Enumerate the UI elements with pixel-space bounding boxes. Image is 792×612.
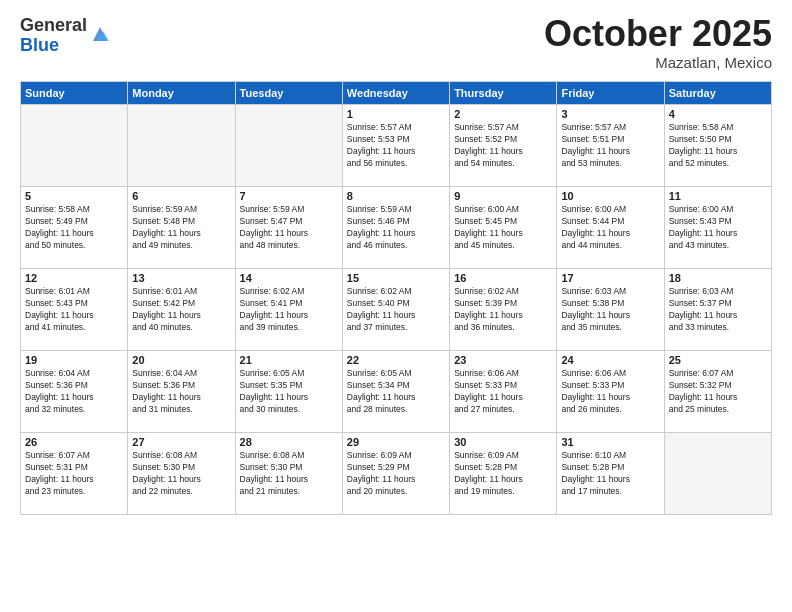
calendar-week-row: 1Sunrise: 5:57 AM Sunset: 5:53 PM Daylig… [21, 105, 772, 187]
cell-details: Sunrise: 6:07 AM Sunset: 5:32 PM Dayligh… [669, 368, 767, 416]
day-number: 27 [132, 436, 230, 448]
day-number: 30 [454, 436, 552, 448]
calendar-cell: 29Sunrise: 6:09 AM Sunset: 5:29 PM Dayli… [342, 433, 449, 515]
cell-details: Sunrise: 5:58 AM Sunset: 5:50 PM Dayligh… [669, 122, 767, 170]
day-number: 2 [454, 108, 552, 120]
cell-details: Sunrise: 6:00 AM Sunset: 5:43 PM Dayligh… [669, 204, 767, 252]
day-number: 11 [669, 190, 767, 202]
day-number: 24 [561, 354, 659, 366]
calendar-week-row: 19Sunrise: 6:04 AM Sunset: 5:36 PM Dayli… [21, 351, 772, 433]
calendar-header-row: Sunday Monday Tuesday Wednesday Thursday… [21, 82, 772, 105]
calendar-cell [664, 433, 771, 515]
day-number: 16 [454, 272, 552, 284]
calendar-cell: 16Sunrise: 6:02 AM Sunset: 5:39 PM Dayli… [450, 269, 557, 351]
day-number: 28 [240, 436, 338, 448]
title-block: October 2025 Mazatlan, Mexico [544, 16, 772, 71]
cell-details: Sunrise: 5:59 AM Sunset: 5:46 PM Dayligh… [347, 204, 445, 252]
calendar-cell: 3Sunrise: 5:57 AM Sunset: 5:51 PM Daylig… [557, 105, 664, 187]
calendar-cell: 25Sunrise: 6:07 AM Sunset: 5:32 PM Dayli… [664, 351, 771, 433]
calendar-cell: 23Sunrise: 6:06 AM Sunset: 5:33 PM Dayli… [450, 351, 557, 433]
cell-details: Sunrise: 6:07 AM Sunset: 5:31 PM Dayligh… [25, 450, 123, 498]
cell-details: Sunrise: 5:57 AM Sunset: 5:53 PM Dayligh… [347, 122, 445, 170]
col-monday: Monday [128, 82, 235, 105]
day-number: 18 [669, 272, 767, 284]
cell-details: Sunrise: 6:02 AM Sunset: 5:40 PM Dayligh… [347, 286, 445, 334]
day-number: 6 [132, 190, 230, 202]
calendar-cell: 22Sunrise: 6:05 AM Sunset: 5:34 PM Dayli… [342, 351, 449, 433]
day-number: 22 [347, 354, 445, 366]
cell-details: Sunrise: 6:08 AM Sunset: 5:30 PM Dayligh… [240, 450, 338, 498]
calendar-cell: 4Sunrise: 5:58 AM Sunset: 5:50 PM Daylig… [664, 105, 771, 187]
cell-details: Sunrise: 6:02 AM Sunset: 5:41 PM Dayligh… [240, 286, 338, 334]
cell-details: Sunrise: 6:06 AM Sunset: 5:33 PM Dayligh… [454, 368, 552, 416]
calendar-cell [235, 105, 342, 187]
logo-blue: Blue [20, 35, 59, 55]
calendar-cell: 1Sunrise: 5:57 AM Sunset: 5:53 PM Daylig… [342, 105, 449, 187]
day-number: 21 [240, 354, 338, 366]
cell-details: Sunrise: 6:04 AM Sunset: 5:36 PM Dayligh… [132, 368, 230, 416]
logo: General Blue [20, 16, 111, 56]
day-number: 1 [347, 108, 445, 120]
cell-details: Sunrise: 6:09 AM Sunset: 5:29 PM Dayligh… [347, 450, 445, 498]
col-sunday: Sunday [21, 82, 128, 105]
day-number: 4 [669, 108, 767, 120]
calendar-cell: 11Sunrise: 6:00 AM Sunset: 5:43 PM Dayli… [664, 187, 771, 269]
location-subtitle: Mazatlan, Mexico [544, 54, 772, 71]
cell-details: Sunrise: 6:04 AM Sunset: 5:36 PM Dayligh… [25, 368, 123, 416]
calendar-cell: 8Sunrise: 5:59 AM Sunset: 5:46 PM Daylig… [342, 187, 449, 269]
day-number: 23 [454, 354, 552, 366]
logo-block: General Blue [20, 16, 111, 56]
calendar-cell: 13Sunrise: 6:01 AM Sunset: 5:42 PM Dayli… [128, 269, 235, 351]
cell-details: Sunrise: 6:10 AM Sunset: 5:28 PM Dayligh… [561, 450, 659, 498]
day-number: 25 [669, 354, 767, 366]
cell-details: Sunrise: 5:59 AM Sunset: 5:47 PM Dayligh… [240, 204, 338, 252]
cell-details: Sunrise: 6:06 AM Sunset: 5:33 PM Dayligh… [561, 368, 659, 416]
calendar-week-row: 5Sunrise: 5:58 AM Sunset: 5:49 PM Daylig… [21, 187, 772, 269]
day-number: 17 [561, 272, 659, 284]
calendar-cell: 2Sunrise: 5:57 AM Sunset: 5:52 PM Daylig… [450, 105, 557, 187]
calendar-cell: 21Sunrise: 6:05 AM Sunset: 5:35 PM Dayli… [235, 351, 342, 433]
day-number: 14 [240, 272, 338, 284]
cell-details: Sunrise: 6:03 AM Sunset: 5:37 PM Dayligh… [669, 286, 767, 334]
cell-details: Sunrise: 5:57 AM Sunset: 5:52 PM Dayligh… [454, 122, 552, 170]
day-number: 7 [240, 190, 338, 202]
calendar-cell: 10Sunrise: 6:00 AM Sunset: 5:44 PM Dayli… [557, 187, 664, 269]
col-wednesday: Wednesday [342, 82, 449, 105]
day-number: 31 [561, 436, 659, 448]
calendar-cell: 17Sunrise: 6:03 AM Sunset: 5:38 PM Dayli… [557, 269, 664, 351]
calendar-cell: 15Sunrise: 6:02 AM Sunset: 5:40 PM Dayli… [342, 269, 449, 351]
cell-details: Sunrise: 6:00 AM Sunset: 5:44 PM Dayligh… [561, 204, 659, 252]
calendar-cell: 7Sunrise: 5:59 AM Sunset: 5:47 PM Daylig… [235, 187, 342, 269]
day-number: 19 [25, 354, 123, 366]
day-number: 8 [347, 190, 445, 202]
day-number: 29 [347, 436, 445, 448]
day-number: 3 [561, 108, 659, 120]
calendar-cell: 26Sunrise: 6:07 AM Sunset: 5:31 PM Dayli… [21, 433, 128, 515]
calendar-cell: 14Sunrise: 6:02 AM Sunset: 5:41 PM Dayli… [235, 269, 342, 351]
day-number: 15 [347, 272, 445, 284]
calendar-cell: 12Sunrise: 6:01 AM Sunset: 5:43 PM Dayli… [21, 269, 128, 351]
calendar-table: Sunday Monday Tuesday Wednesday Thursday… [20, 81, 772, 515]
cell-details: Sunrise: 6:05 AM Sunset: 5:34 PM Dayligh… [347, 368, 445, 416]
calendar-cell: 9Sunrise: 6:00 AM Sunset: 5:45 PM Daylig… [450, 187, 557, 269]
calendar-cell: 28Sunrise: 6:08 AM Sunset: 5:30 PM Dayli… [235, 433, 342, 515]
cell-details: Sunrise: 6:08 AM Sunset: 5:30 PM Dayligh… [132, 450, 230, 498]
cell-details: Sunrise: 5:59 AM Sunset: 5:48 PM Dayligh… [132, 204, 230, 252]
calendar-week-row: 26Sunrise: 6:07 AM Sunset: 5:31 PM Dayli… [21, 433, 772, 515]
day-number: 5 [25, 190, 123, 202]
calendar-cell: 6Sunrise: 5:59 AM Sunset: 5:48 PM Daylig… [128, 187, 235, 269]
calendar-cell: 27Sunrise: 6:08 AM Sunset: 5:30 PM Dayli… [128, 433, 235, 515]
cell-details: Sunrise: 6:01 AM Sunset: 5:43 PM Dayligh… [25, 286, 123, 334]
calendar-cell: 30Sunrise: 6:09 AM Sunset: 5:28 PM Dayli… [450, 433, 557, 515]
logo-icon [89, 23, 111, 45]
cell-details: Sunrise: 6:01 AM Sunset: 5:42 PM Dayligh… [132, 286, 230, 334]
calendar-cell: 18Sunrise: 6:03 AM Sunset: 5:37 PM Dayli… [664, 269, 771, 351]
day-number: 12 [25, 272, 123, 284]
cell-details: Sunrise: 6:03 AM Sunset: 5:38 PM Dayligh… [561, 286, 659, 334]
cell-details: Sunrise: 6:09 AM Sunset: 5:28 PM Dayligh… [454, 450, 552, 498]
calendar-cell: 24Sunrise: 6:06 AM Sunset: 5:33 PM Dayli… [557, 351, 664, 433]
calendar-cell: 5Sunrise: 5:58 AM Sunset: 5:49 PM Daylig… [21, 187, 128, 269]
col-tuesday: Tuesday [235, 82, 342, 105]
day-number: 26 [25, 436, 123, 448]
calendar-week-row: 12Sunrise: 6:01 AM Sunset: 5:43 PM Dayli… [21, 269, 772, 351]
